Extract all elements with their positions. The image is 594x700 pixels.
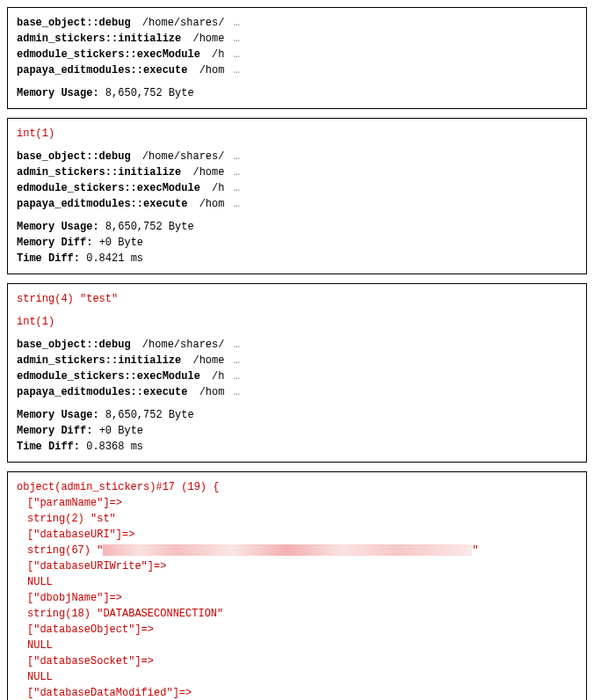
var-dump: string(4) "test" bbox=[17, 291, 577, 307]
trace-path: /home/shares/ bbox=[142, 339, 225, 351]
memory-usage-value: 8,650,752 Byte bbox=[105, 409, 194, 421]
trace-line: papaya_editmodules::execute /hom … bbox=[17, 62, 577, 78]
trace-func: papaya_editmodules::execute bbox=[17, 386, 187, 398]
obj-line: string(67) "" bbox=[17, 543, 577, 558]
time-diff: Time Diff: 0.8368 ms bbox=[17, 439, 577, 455]
trace-func: edmodule_stickers::execModule bbox=[17, 182, 200, 194]
debug-box-4: object(admin_stickers)#17 (19) { ["param… bbox=[7, 471, 587, 700]
memory-usage: Memory Usage: 8,650,752 Byte bbox=[17, 85, 577, 101]
trace-line: admin_stickers::initialize /home … bbox=[17, 164, 577, 180]
obj-line: NULL bbox=[17, 638, 577, 653]
ellipsis-icon: … bbox=[234, 150, 240, 163]
obj-line: ["paramName"]=> bbox=[17, 495, 577, 511]
trace-func: admin_stickers::initialize bbox=[17, 354, 181, 367]
memory-diff: Memory Diff: +0 Byte bbox=[17, 235, 577, 251]
trace-func: edmodule_stickers::execModule bbox=[17, 370, 200, 383]
trace-func: papaya_editmodules::execute bbox=[17, 64, 187, 77]
time-diff-value: 0.8421 ms bbox=[86, 252, 143, 265]
memory-usage-label: Memory Usage: bbox=[17, 409, 99, 421]
time-diff-value: 0.8368 ms bbox=[86, 441, 143, 453]
ellipsis-icon: … bbox=[234, 64, 240, 77]
debug-box-1: base_object::debug /home/shares/ … admin… bbox=[7, 7, 587, 109]
obj-line: NULL bbox=[17, 574, 577, 590]
trace-line: edmodule_stickers::execModule /h … bbox=[17, 180, 577, 196]
memory-usage-value: 8,650,752 Byte bbox=[105, 221, 194, 233]
ellipsis-icon: … bbox=[234, 339, 240, 351]
ellipsis-icon: … bbox=[234, 182, 240, 194]
memory-usage-label: Memory Usage: bbox=[17, 87, 99, 99]
object-dump: object(admin_stickers)#17 (19) { ["param… bbox=[17, 479, 577, 700]
trace-line: admin_stickers::initialize /home … bbox=[17, 353, 577, 368]
trace-path: /h bbox=[212, 370, 224, 383]
trace-path: /h bbox=[212, 48, 224, 61]
trace-path: /hom bbox=[199, 386, 225, 398]
obj-line: ["databaseSocket"]=> bbox=[17, 653, 577, 669]
trace-path: /hom bbox=[199, 64, 225, 77]
trace-func: edmodule_stickers::execModule bbox=[17, 48, 200, 61]
memory-diff: Memory Diff: +0 Byte bbox=[17, 423, 577, 439]
ellipsis-icon: … bbox=[234, 370, 240, 383]
trace-path: /home bbox=[192, 33, 224, 45]
time-diff-label: Time Diff: bbox=[17, 252, 80, 265]
obj-line: string(18) "DATABASECONNECTION" bbox=[17, 606, 577, 622]
obj-line: NULL bbox=[17, 669, 577, 685]
time-diff-label: Time Diff: bbox=[17, 441, 80, 453]
obj-line-suffix: " bbox=[472, 544, 478, 557]
obj-line: ["databaseURI"]=> bbox=[17, 527, 577, 543]
trace-func: papaya_editmodules::execute bbox=[17, 198, 187, 210]
trace-func: base_object::debug bbox=[17, 17, 131, 29]
trace-line: base_object::debug /home/shares/ … bbox=[17, 15, 577, 31]
trace-line: papaya_editmodules::execute /hom … bbox=[17, 196, 577, 212]
var-dump: int(1) bbox=[17, 314, 577, 330]
memory-usage-label: Memory Usage: bbox=[17, 221, 99, 233]
trace-line: base_object::debug /home/shares/ … bbox=[17, 337, 577, 353]
obj-line: ["databaseDataModified"]=> bbox=[17, 685, 577, 700]
time-diff: Time Diff: 0.8421 ms bbox=[17, 251, 577, 266]
memory-diff-value: +0 Byte bbox=[99, 425, 143, 437]
ellipsis-icon: … bbox=[234, 166, 240, 179]
obj-line: ["dbobjName"]=> bbox=[17, 590, 577, 606]
ellipsis-icon: … bbox=[234, 17, 240, 29]
var-dump: int(1) bbox=[17, 126, 577, 142]
obj-line: ["databaseObject"]=> bbox=[17, 622, 577, 638]
memory-usage-value: 8,650,752 Byte bbox=[105, 87, 194, 99]
memory-diff-label: Memory Diff: bbox=[17, 237, 92, 249]
trace-path: /home/shares/ bbox=[142, 17, 225, 29]
trace-func: admin_stickers::initialize bbox=[17, 166, 181, 179]
memory-usage: Memory Usage: 8,650,752 Byte bbox=[17, 407, 577, 423]
trace-line: admin_stickers::initialize /home … bbox=[17, 31, 577, 47]
trace-line: papaya_editmodules::execute /hom … bbox=[17, 384, 577, 400]
ellipsis-icon: … bbox=[234, 33, 240, 45]
trace-path: /home/shares/ bbox=[142, 150, 225, 163]
ellipsis-icon: … bbox=[234, 354, 240, 367]
memory-usage: Memory Usage: 8,650,752 Byte bbox=[17, 219, 577, 235]
debug-box-3: string(4) "test" int(1) base_object::deb… bbox=[7, 283, 587, 463]
trace-func: base_object::debug bbox=[17, 339, 131, 351]
memory-diff-value: +0 Byte bbox=[99, 237, 143, 249]
obj-line: string(2) "st" bbox=[17, 511, 577, 527]
memory-diff-label: Memory Diff: bbox=[17, 425, 92, 437]
ellipsis-icon: … bbox=[234, 386, 240, 398]
ellipsis-icon: … bbox=[234, 198, 240, 210]
trace-path: /h bbox=[212, 182, 224, 194]
trace-func: admin_stickers::initialize bbox=[17, 33, 181, 45]
debug-box-2: int(1) base_object::debug /home/shares/ … bbox=[7, 118, 587, 274]
trace-func: base_object::debug bbox=[17, 150, 131, 163]
obj-line: ["databaseURIWrite"]=> bbox=[17, 558, 577, 574]
trace-line: base_object::debug /home/shares/ … bbox=[17, 149, 577, 164]
redacted-value bbox=[103, 544, 472, 556]
trace-path: /home bbox=[192, 166, 224, 179]
trace-line: edmodule_stickers::execModule /h … bbox=[17, 47, 577, 62]
trace-path: /hom bbox=[199, 198, 225, 210]
ellipsis-icon: … bbox=[234, 48, 240, 61]
obj-header: object(admin_stickers)#17 (19) { bbox=[17, 479, 577, 495]
obj-line-prefix: string(67) " bbox=[27, 544, 103, 557]
trace-line: edmodule_stickers::execModule /h … bbox=[17, 368, 577, 384]
trace-path: /home bbox=[192, 354, 224, 367]
